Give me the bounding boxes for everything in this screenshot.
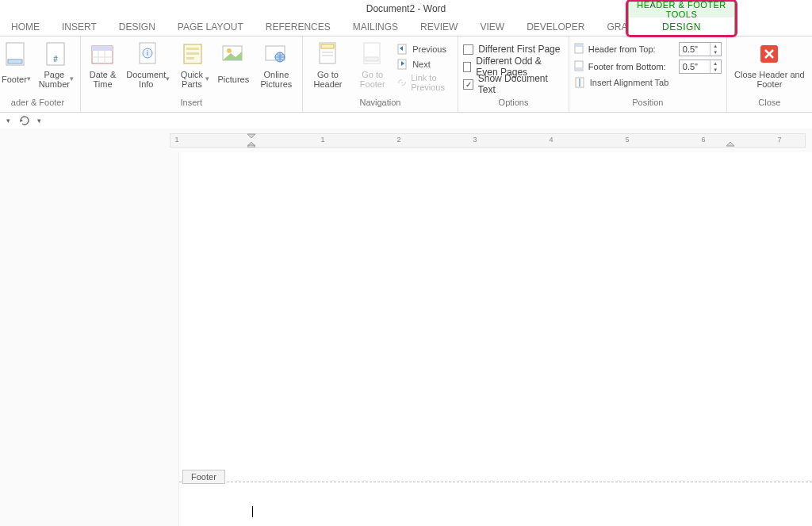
group-position: Header from Top: 0.5" ▲▼ Footer from Bot… [569,36,727,112]
footer-from-bottom-input[interactable]: 0.5" ▲▼ [679,60,722,74]
ruler-tick: 3 [473,136,477,144]
page-number-button[interactable]: # Page Number [37,41,75,90]
svg-rect-14 [186,52,199,55]
quick-parts-label: Quick Parts [178,69,209,90]
goto-footer-icon [360,41,385,67]
pictures-button[interactable]: Pictures [216,41,251,90]
link-previous-label: Link to Previous [411,73,453,92]
goto-header-icon [316,41,341,67]
page-number-label: Page Number [39,69,74,90]
next-button[interactable]: Next [396,58,453,71]
ruler-tick: 2 [396,136,400,144]
checkbox-icon: ✓ [463,79,473,90]
spin-down-icon[interactable]: ▼ [710,67,721,73]
page[interactable]: Footer [178,152,812,526]
svg-point-17 [227,48,232,53]
online-pictures-button[interactable]: Online Pictures [255,41,297,90]
tab-design[interactable]: DESIGN [108,17,167,36]
qat-customize-caret-icon[interactable]: ▾ [37,117,41,125]
link-icon [396,76,408,89]
close-header-footer-button[interactable]: Close Header and Footer [732,41,807,90]
goto-header-button[interactable]: Go to Header [308,41,349,90]
svg-rect-21 [321,44,334,48]
pictures-icon [220,41,246,67]
tab-insert[interactable]: INSERT [51,17,108,36]
different-odd-even-checkbox[interactable]: Different Odd & Even Pages [463,59,564,75]
quick-parts-icon [181,41,206,67]
tab-review[interactable]: REVIEW [409,17,469,36]
quick-access-row: ▾ ▾ [0,113,812,129]
footer-button[interactable]: Footer [0,41,33,90]
previous-button[interactable]: Previous [396,43,453,56]
online-pictures-label: Online Pictures [257,69,295,90]
ruler-tick: 6 [701,136,705,144]
tab-references[interactable]: REFERENCES [255,17,342,36]
spin-up-icon[interactable]: ▲ [710,60,721,67]
header-from-top-value: 0.5" [680,44,710,54]
svg-text:i: i [147,49,148,57]
quick-parts-button[interactable]: Quick Parts [176,41,211,90]
footer-from-bottom-row: Footer from Bottom: 0.5" ▲▼ [574,59,722,75]
ribbon: Footer # Page Number ader & Footer Date … [0,36,812,113]
pictures-label: Pictures [217,69,249,90]
group-label-hf: ader & Footer [0,98,75,110]
footer-icon [3,41,29,67]
indent-marker-icon[interactable] [247,133,255,148]
date-time-button[interactable]: Date & Time [86,41,120,90]
title-bar: Document2 - Word HEADER & FOOTER TOOLS [0,0,812,17]
group-options: Different First Page Different Odd & Eve… [458,36,569,112]
calendar-icon [90,41,116,67]
insert-alignment-tab-button[interactable]: Insert Alignment Tab [574,76,668,89]
next-icon [396,58,409,71]
ruler-tick: 1 [174,136,178,144]
close-hf-label: Close Header and Footer [733,69,806,90]
header-from-top-input[interactable]: 0.5" ▲▼ [679,42,722,56]
svg-marker-38 [247,134,255,138]
spin-up-icon[interactable]: ▲ [710,43,721,49]
horizontal-ruler[interactable]: 1 1 2 3 4 5 6 7 [170,133,806,148]
group-insert: Date & Time i Document Info Quick Parts … [81,36,303,112]
footer-from-bottom-value: 0.5" [680,62,710,71]
date-time-label: Date & Time [87,69,118,90]
tab-hf-design[interactable]: DESIGN [628,17,735,36]
svg-rect-40 [248,145,255,148]
document-info-label: Document Info [126,69,170,90]
header-top-icon [574,43,585,56]
diff-first-label: Different First Page [478,44,560,55]
goto-header-label: Go to Header [309,69,347,90]
right-indent-marker-icon[interactable] [726,133,733,148]
footer-from-bottom-label: Footer from Bottom: [588,62,676,71]
previous-icon [396,43,409,56]
tab-developer[interactable]: DEVELOPER [515,17,596,36]
insert-alignment-tab-label: Insert Alignment Tab [590,78,668,87]
dropdown-caret-icon[interactable]: ▾ [6,117,10,125]
header-from-top-label: Header from Top: [588,44,676,54]
document-info-icon: i [136,41,161,67]
show-doc-label: Show Document Text [478,73,564,95]
document-info-button[interactable]: i Document Info [124,41,171,90]
footer-separator [179,482,812,482]
tab-mailings[interactable]: MAILINGS [342,17,409,36]
ruler-tick: 4 [549,136,553,144]
different-first-page-checkbox[interactable]: Different First Page [463,41,560,57]
online-pictures-icon [263,41,289,67]
alignment-tab-icon [574,76,587,89]
ruler-tick: 1 [320,136,324,144]
svg-rect-15 [186,57,194,60]
tab-view[interactable]: VIEW [469,17,515,36]
header-footer-tools-tab: HEADER & FOOTER TOOLS [628,0,735,17]
tab-page-layout[interactable]: PAGE LAYOUT [167,17,255,36]
ruler-tick: 7 [777,136,781,144]
checkbox-icon [463,44,473,55]
spin-down-icon[interactable]: ▼ [710,49,721,56]
previous-label: Previous [412,44,446,54]
group-label-nav: Navigation [308,98,454,110]
show-document-text-checkbox[interactable]: ✓ Show Document Text [463,76,564,92]
redo-icon[interactable] [18,114,29,127]
group-navigation: Go to Header Go to Footer Previous Next [303,36,459,112]
svg-marker-41 [726,142,734,146]
tab-home[interactable]: HOME [0,17,51,36]
group-label-insert: Insert [86,98,297,110]
svg-rect-31 [576,44,582,47]
svg-rect-33 [576,67,582,70]
